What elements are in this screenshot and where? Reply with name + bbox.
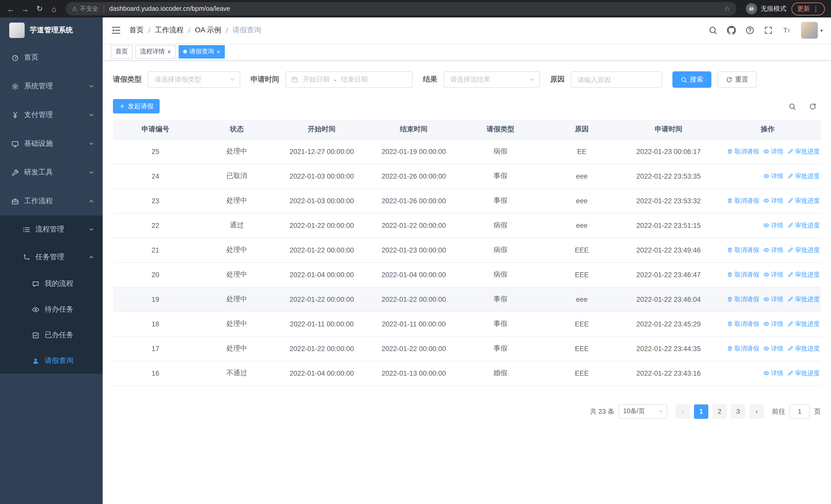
cancel-leave-link[interactable]: 取消请假 [727, 245, 759, 254]
goto-label: 前往 [772, 407, 785, 416]
action-label: 审批进度 [795, 221, 820, 230]
app-logo-row[interactable]: 芋道管理系统 [0, 18, 103, 43]
action-label: 审批进度 [795, 172, 820, 180]
update-button[interactable]: 更新 ⋮ [792, 2, 825, 15]
breadcrumb-item[interactable]: 首页 [130, 26, 144, 35]
bookmark-star-icon[interactable]: ☆ [724, 5, 730, 13]
tab-home[interactable]: 首页 [111, 45, 133, 58]
approval-progress-link[interactable]: 审批进度 [787, 196, 820, 205]
cancel-leave-link[interactable]: 取消请假 [727, 295, 759, 304]
search-button[interactable]: 搜索 [672, 71, 711, 88]
sidebar-item-done-tasks[interactable]: 已办任务 [0, 322, 103, 348]
table-row: 21 处理中 2022-01-22 00:00:00 2022-01-23 00… [113, 238, 821, 262]
user-avatar-menu[interactable]: ▾ [801, 22, 823, 39]
end-date-placeholder[interactable]: 结束日期 [341, 75, 368, 84]
sidebar: 芋道管理系统 首页 系统管理 支付管理 基础设施 [0, 18, 103, 504]
fullscreen-icon[interactable] [764, 26, 773, 35]
detail-link[interactable]: 详情 [763, 221, 783, 230]
approval-progress-link[interactable]: 审批进度 [787, 172, 820, 180]
prev-page-button[interactable]: ‹ [676, 404, 690, 419]
browser-menu-icon[interactable]: ⋮ [812, 5, 819, 12]
cell-reason: EEE [541, 361, 623, 385]
action-label: 审批进度 [795, 147, 820, 156]
detail-link[interactable]: 详情 [763, 172, 783, 180]
sidebar-item-process-management[interactable]: 流程管理 [0, 215, 103, 243]
page-button-1[interactable]: 1 [694, 404, 708, 419]
detail-link[interactable]: 详情 [763, 295, 783, 304]
result-select[interactable]: 请选择流结果 [443, 71, 540, 88]
sidebar-item-system[interactable]: 系统管理 [0, 72, 103, 100]
github-icon[interactable] [727, 26, 736, 35]
detail-link[interactable]: 详情 [763, 270, 783, 279]
sidebar-item-my-processes[interactable]: 我的流程 [0, 271, 103, 297]
detail-link[interactable]: 详情 [763, 196, 783, 205]
create-leave-label: 发起请假 [128, 102, 153, 111]
approval-progress-link[interactable]: 审批进度 [787, 245, 820, 254]
page-button-2[interactable]: 2 [712, 404, 727, 419]
cancel-leave-link[interactable]: 取消请假 [727, 147, 759, 156]
browser-home-icon[interactable]: ⌂ [47, 2, 61, 16]
breadcrumb-item[interactable]: OA 示例 [195, 26, 222, 35]
approval-progress-link[interactable]: 审批进度 [787, 295, 820, 304]
detail-link[interactable]: 详情 [763, 344, 783, 353]
page-size-select[interactable]: 10条/页 [619, 404, 667, 419]
reset-button[interactable]: 重置 [718, 71, 756, 88]
reason-input[interactable] [571, 71, 662, 88]
approval-progress-link[interactable]: 审批进度 [787, 344, 820, 353]
breadcrumb-item[interactable]: 工作流程 [155, 26, 184, 35]
avatar [801, 22, 818, 39]
cancel-leave-link[interactable]: 取消请假 [727, 270, 759, 279]
close-icon[interactable]: × [167, 49, 171, 55]
sidebar-item-task-management[interactable]: 任务管理 [0, 243, 103, 271]
app-title: 芋道管理系统 [30, 26, 73, 35]
cancel-leave-link[interactable]: 取消请假 [727, 320, 759, 328]
cell-end: 2022-01-22 00:00:00 [368, 287, 460, 312]
approval-progress-link[interactable]: 审批进度 [787, 320, 820, 328]
action-label: 审批进度 [795, 245, 820, 254]
sidebar-item-pending-tasks[interactable]: 待办任务 [0, 297, 103, 322]
goto-page-input[interactable] [790, 404, 810, 419]
search-toggle-icon[interactable] [786, 100, 798, 112]
browser-back-icon[interactable]: ← [4, 2, 18, 16]
security-chip[interactable]: ⚠ 不安全 [72, 4, 98, 13]
cancel-leave-link[interactable]: 取消请假 [727, 344, 759, 353]
detail-link[interactable]: 详情 [763, 245, 783, 254]
font-size-icon[interactable] [782, 26, 792, 35]
table-row: 16 不通过 2022-01-04 00:00:00 2022-01-13 00… [113, 361, 821, 385]
address-bar-divider [104, 5, 104, 12]
next-page-button[interactable]: › [749, 404, 764, 419]
sidebar-item-home[interactable]: 首页 [0, 43, 103, 72]
sidebar-item-payment[interactable]: 支付管理 [0, 100, 103, 129]
create-leave-button[interactable]: 发起请假 [113, 99, 160, 113]
tab-process-detail[interactable]: 流程详情 × [136, 45, 175, 58]
start-date-placeholder[interactable]: 开始日期 [303, 75, 329, 84]
sidebar-item-infrastructure[interactable]: 基础设施 [0, 129, 103, 158]
search-icon[interactable] [708, 26, 718, 35]
refresh-table-icon[interactable] [806, 100, 819, 112]
address-bar[interactable]: ⚠ 不安全 dashboard.yudao.iocoder.cn/bpm/oa/… [66, 2, 737, 16]
approval-progress-link[interactable]: 审批进度 [787, 221, 820, 230]
close-icon[interactable]: × [217, 49, 220, 55]
cancel-leave-link[interactable]: 取消请假 [727, 196, 759, 205]
browser-reload-icon[interactable]: ↻ [33, 2, 46, 16]
sidebar-toggle-button[interactable] [111, 25, 121, 35]
browser-forward-icon[interactable]: → [19, 2, 32, 16]
sidebar-item-workflow[interactable]: 工作流程 [0, 187, 103, 215]
detail-link[interactable]: 详情 [763, 147, 783, 156]
tab-leave-query[interactable]: 请假查询 × [179, 45, 225, 58]
url-text[interactable]: dashboard.yudao.iocoder.cn/bpm/oa/leave [109, 5, 230, 12]
approval-progress-link[interactable]: 审批进度 [787, 147, 820, 156]
sidebar-item-leave-query[interactable]: 请假查询 [0, 348, 103, 374]
sidebar-item-devtools[interactable]: 研发工具 [0, 158, 103, 187]
approval-progress-link[interactable]: 审批进度 [787, 369, 820, 378]
sidebar-item-label: 我的流程 [45, 279, 74, 289]
help-icon[interactable] [745, 26, 754, 35]
approval-progress-link[interactable]: 审批进度 [787, 270, 820, 279]
detail-link[interactable]: 详情 [763, 320, 783, 328]
leave-type-select[interactable]: 请选择请假类型 [148, 71, 240, 88]
date-range-picker[interactable]: 开始日期 - 结束日期 [285, 71, 413, 88]
cell-start: 2022-01-22 00:00:00 [276, 287, 368, 312]
cell-end: 2022-01-26 00:00:00 [368, 164, 460, 188]
detail-link[interactable]: 详情 [763, 369, 783, 378]
page-button-3[interactable]: 3 [731, 404, 745, 419]
